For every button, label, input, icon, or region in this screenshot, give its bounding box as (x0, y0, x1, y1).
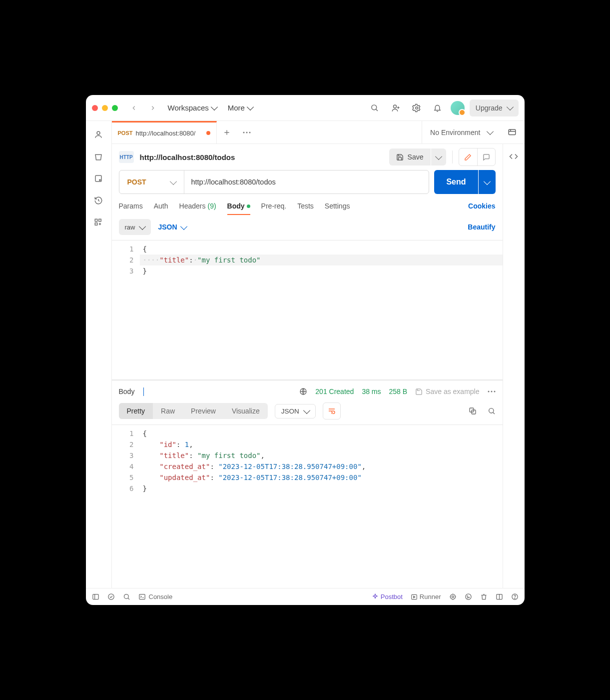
tab-headers[interactable]: Headers (9) (179, 202, 216, 215)
body-type-selector[interactable]: raw (119, 219, 151, 235)
svg-point-0 (372, 105, 377, 110)
save-label: Save (408, 153, 424, 161)
history-icon[interactable] (94, 196, 103, 205)
send-button[interactable]: Send (434, 170, 478, 194)
response-time: 38 ms (362, 388, 381, 396)
wrap-lines-button[interactable] (323, 402, 341, 420)
help-icon[interactable] (511, 593, 519, 600)
svg-point-2 (416, 106, 418, 109)
environment-label: No Environment (430, 128, 480, 136)
svg-point-11 (249, 132, 250, 133)
svg-point-25 (452, 596, 454, 598)
globe-icon[interactable] (299, 388, 307, 396)
url-row: POST http://localhost:8080/todos Send (112, 170, 503, 194)
view-preview[interactable]: Preview (183, 403, 224, 419)
two-pane-icon[interactable] (496, 593, 503, 600)
sync-status-icon[interactable] (107, 593, 115, 600)
tab-body[interactable]: Body (227, 202, 250, 215)
tab-options-button[interactable] (237, 121, 257, 144)
find-icon[interactable] (123, 593, 130, 600)
edit-mode-button[interactable] (459, 148, 477, 166)
left-sidebar (86, 121, 112, 588)
code-icon[interactable] (509, 152, 518, 161)
new-tab-button[interactable] (217, 121, 237, 144)
chevron-down-icon (180, 222, 187, 230)
search-response-button[interactable] (488, 407, 496, 415)
response-view-tabs: Pretty Raw Preview Visualize (119, 403, 268, 419)
postbot-button[interactable]: Postbot (372, 593, 403, 600)
notifications-button[interactable] (430, 100, 446, 116)
user-icon[interactable] (94, 130, 103, 139)
save-options-button[interactable] (431, 148, 446, 166)
method-selector[interactable]: POST (119, 170, 184, 194)
add-panel-icon[interactable] (94, 218, 103, 227)
save-button[interactable]: Save (389, 148, 431, 166)
request-tab[interactable]: POST http://localhost:8080/ (112, 121, 217, 144)
close-window-icon[interactable] (92, 105, 98, 111)
view-visualize[interactable]: Visualize (224, 403, 268, 419)
titlebar: Workspaces More Upgrade (86, 95, 525, 121)
trash-icon[interactable] (94, 152, 103, 161)
comment-mode-button[interactable] (477, 148, 495, 166)
request-body-editor[interactable]: 123 { ····"title":·"my first todo" } (112, 240, 503, 380)
svg-rect-20 (92, 594, 98, 600)
tab-settings[interactable]: Settings (325, 202, 350, 215)
environment-selector[interactable]: No Environment (430, 128, 492, 136)
nav-forward-button[interactable] (146, 101, 160, 115)
view-raw[interactable]: Raw (153, 403, 183, 419)
console-button[interactable]: Console (138, 593, 173, 600)
response-panel: Body 201 Created 38 ms 258 B Save as exa… (112, 380, 503, 588)
sidebar-toggle-icon[interactable] (92, 593, 99, 600)
maximize-window-icon[interactable] (112, 105, 118, 111)
response-status: 201 Created (315, 388, 354, 396)
workspaces-menu[interactable]: Workspaces (165, 102, 220, 114)
response-dropdown[interactable] (143, 388, 144, 396)
cookies-link[interactable]: Cookies (468, 202, 495, 215)
beautify-button[interactable]: Beautify (468, 223, 495, 231)
method-value: POST (127, 178, 146, 186)
modified-indicator-icon (247, 204, 250, 208)
svg-point-5 (99, 180, 100, 180)
more-menu[interactable]: More (225, 102, 256, 114)
minimize-window-icon[interactable] (102, 105, 108, 111)
request-name: http://localhost:8080/todos (140, 153, 235, 162)
user-avatar[interactable] (451, 101, 465, 115)
tab-tests[interactable]: Tests (297, 202, 314, 215)
svg-point-16 (494, 391, 495, 392)
trash-icon[interactable] (480, 593, 488, 600)
svg-point-1 (393, 105, 396, 108)
tab-prereq[interactable]: Pre-req. (261, 202, 287, 215)
environment-quicklook-button[interactable] (508, 128, 517, 137)
capture-icon[interactable] (449, 593, 457, 600)
upgrade-button[interactable]: Upgrade (470, 100, 519, 116)
svg-point-33 (515, 598, 515, 598)
send-label: Send (446, 178, 466, 186)
cookies-icon[interactable] (465, 593, 472, 600)
chevron-down-icon (139, 222, 146, 230)
save-as-example-button[interactable]: Save as example (415, 388, 479, 396)
chevron-down-icon (143, 388, 144, 396)
api-icon[interactable] (94, 174, 103, 183)
tab-auth[interactable]: Auth (154, 202, 168, 215)
send-options-button[interactable] (479, 170, 496, 194)
settings-button[interactable] (409, 100, 425, 116)
invite-button[interactable] (388, 100, 404, 116)
tab-method: POST (118, 130, 133, 136)
url-input[interactable]: http://localhost:8080/todos (184, 170, 429, 194)
body-language-selector[interactable]: JSON (158, 223, 186, 231)
search-button[interactable] (367, 100, 383, 116)
chevron-down-icon (486, 128, 493, 135)
runner-button[interactable]: Runner (411, 593, 441, 600)
svg-point-26 (450, 594, 455, 600)
svg-point-3 (97, 132, 100, 134)
nav-back-button[interactable] (127, 101, 141, 115)
right-sidebar (503, 144, 525, 588)
response-language-selector[interactable]: JSON (275, 404, 316, 418)
tab-params[interactable]: Params (119, 202, 143, 215)
svg-point-19 (489, 408, 493, 413)
copy-response-button[interactable] (469, 407, 477, 415)
response-body-editor[interactable]: 123456 { "id": 1, "title": "my first tod… (112, 424, 503, 588)
svg-rect-12 (509, 130, 516, 135)
response-more-button[interactable] (488, 390, 496, 392)
view-pretty[interactable]: Pretty (119, 403, 153, 419)
